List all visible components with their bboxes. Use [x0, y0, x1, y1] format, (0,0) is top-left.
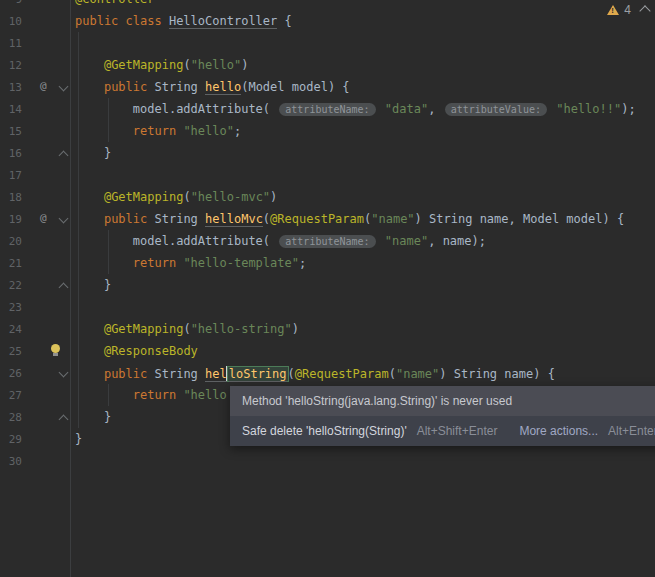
identifier-highlight: loString [228, 367, 288, 381]
code-token: attributeName: [279, 235, 375, 248]
code-line[interactable]: 22 } [0, 274, 655, 296]
gutter-icons [22, 208, 70, 230]
code-line[interactable]: 30 [0, 450, 655, 472]
line-number[interactable]: 21 [0, 257, 22, 270]
inspections-widget[interactable]: 4 [607, 3, 631, 17]
tooltip-actions: Safe delete 'helloString(String)' Alt+Sh… [230, 416, 655, 446]
tooltip-message: Method 'helloString(java.lang.String)' i… [230, 386, 655, 416]
code-token: @GetMapping [104, 322, 183, 336]
code-text: @ResponseBody [70, 344, 198, 358]
code-line[interactable]: 18 @GetMapping("hello-mvc") [0, 186, 655, 208]
safe-delete-action[interactable]: Safe delete 'helloString(String)' [242, 424, 407, 438]
code-token [75, 80, 104, 94]
at-icon [40, 211, 47, 224]
code-token: @RequestParam [295, 367, 389, 381]
bulb-icon[interactable] [51, 344, 60, 353]
code-token: ) [270, 190, 277, 204]
line-number[interactable]: 15 [0, 125, 22, 138]
code-token: } [75, 146, 111, 160]
code-text: } [70, 146, 111, 160]
code-line[interactable]: 20 model.addAttribute( attributeName: "n… [0, 230, 655, 252]
code-token: "hello-template" [183, 256, 299, 270]
warning-icon [607, 5, 619, 15]
line-number[interactable]: 22 [0, 279, 22, 292]
line-number[interactable]: 12 [0, 59, 22, 72]
line-number[interactable]: 26 [0, 367, 22, 380]
code-line[interactable]: 15 return "hello"; [0, 120, 655, 142]
more-actions-link[interactable]: More actions... [519, 424, 598, 438]
line-number[interactable]: 30 [0, 455, 22, 468]
code-token [75, 367, 104, 381]
line-number[interactable]: 14 [0, 103, 22, 116]
code-token: model.addAttribute( [75, 234, 277, 248]
line-number[interactable]: 18 [0, 191, 22, 204]
fold-up-icon[interactable] [59, 151, 69, 161]
line-number[interactable]: 11 [0, 37, 22, 50]
code-line[interactable]: 9@Controller [0, 0, 655, 10]
code-token: ) [241, 58, 248, 72]
gutter-icons [22, 142, 70, 164]
code-text: @GetMapping("hello") [70, 58, 248, 72]
code-line[interactable]: 17 [0, 164, 655, 186]
gutter-icons [22, 98, 70, 120]
code-token: String [154, 212, 205, 226]
line-number[interactable]: 16 [0, 147, 22, 160]
line-number[interactable]: 29 [0, 433, 22, 446]
code-token: } [75, 432, 82, 446]
code-token: "hello-string" [191, 322, 292, 336]
fold-down-icon[interactable] [59, 82, 69, 92]
code-text: model.addAttribute( attributeName: "name… [70, 234, 486, 248]
code-token: return [133, 256, 184, 270]
code-line[interactable]: 10public class HelloController { [0, 10, 655, 32]
line-number[interactable]: 20 [0, 235, 22, 248]
code-text: @GetMapping("hello-mvc") [70, 190, 277, 204]
code-token: "hello-mvc" [191, 190, 270, 204]
gutter-icons [22, 384, 70, 406]
code-token: "data" [385, 102, 428, 116]
code-line[interactable]: 14 model.addAttribute( attributeName: "d… [0, 98, 655, 120]
code-text: @GetMapping("hello-string") [70, 322, 299, 336]
fold-up-icon[interactable] [59, 415, 69, 425]
code-line[interactable]: 24 @GetMapping("hello-string") [0, 318, 655, 340]
code-token [378, 234, 385, 248]
fold-down-icon[interactable] [59, 214, 69, 224]
code-line[interactable]: 13 public String hello(Model model) { [0, 76, 655, 98]
line-number[interactable]: 27 [0, 389, 22, 402]
code-token: attributeValue: [445, 103, 547, 116]
code-line[interactable]: 25 @ResponseBody [0, 340, 655, 362]
code-token: @GetMapping [104, 190, 183, 204]
gutter-icons [22, 186, 70, 208]
line-number[interactable]: 25 [0, 345, 22, 358]
code-line[interactable]: 21 return "hello-template"; [0, 252, 655, 274]
code-text: return "hello [70, 388, 234, 402]
line-number[interactable]: 17 [0, 169, 22, 182]
code-text: public class HelloController { [70, 14, 292, 28]
code-text: } [70, 278, 111, 292]
code-line[interactable]: 19 public String helloMvc(@RequestParam(… [0, 208, 655, 230]
code-line[interactable]: 16 } [0, 142, 655, 164]
code-line[interactable]: 11 [0, 32, 655, 54]
line-number[interactable]: 9 [0, 0, 22, 6]
code-token [75, 256, 133, 270]
code-text: } [70, 410, 111, 424]
fold-down-icon[interactable] [59, 368, 69, 378]
fold-up-icon[interactable] [59, 283, 69, 293]
line-number[interactable]: 24 [0, 323, 22, 336]
line-number[interactable]: 23 [0, 301, 22, 314]
line-number[interactable]: 19 [0, 213, 22, 226]
code-token: ) String name, Model model) { [415, 212, 625, 226]
code-line[interactable]: 12 @GetMapping("hello") [0, 54, 655, 76]
gutter-icons [22, 230, 70, 252]
line-number[interactable]: 13 [0, 81, 22, 94]
line-number[interactable]: 28 [0, 411, 22, 424]
code-editor[interactable]: 9@Controller10public class HelloControll… [0, 0, 655, 577]
line-number[interactable]: 10 [0, 15, 22, 28]
code-line[interactable]: 23 [0, 296, 655, 318]
code-token: ) [292, 322, 299, 336]
more-actions-shortcut: Alt+Enter [608, 424, 655, 438]
warning-count: 4 [624, 3, 631, 17]
gutter-icons [22, 406, 70, 428]
code-text: } [70, 432, 82, 446]
gutter-icons [22, 296, 70, 318]
code-line[interactable]: 26 public String helloString(@RequestPar… [0, 362, 655, 384]
